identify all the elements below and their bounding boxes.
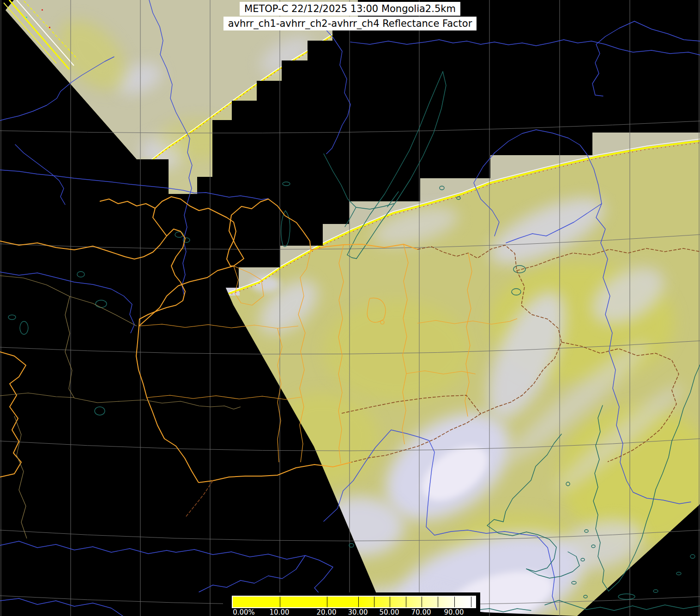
colorbar-label-30: 30.00 (348, 608, 368, 616)
colorbar-tick-40 (374, 597, 374, 607)
colorbar-tick-90 (454, 597, 455, 607)
map-canvas (0, 0, 700, 616)
colorbar-tick-30 (358, 597, 359, 607)
colorbar-frame (232, 596, 476, 608)
colorbar-tick-end (471, 597, 471, 607)
colorbar-label-70: 70.00 (411, 608, 431, 616)
colorbar-tick-80 (438, 597, 438, 607)
colorbar: 0.00% 10.00 20.00 30.00 50.00 70.00 90.0… (223, 592, 480, 616)
colorbar-label-20: 20.00 (317, 608, 337, 616)
colorbar-tick-10 (280, 597, 280, 607)
colorbar-label-0: 0.00% (233, 608, 255, 616)
colorbar-gradient (233, 597, 475, 607)
title-block: METOP-C 22/12/2025 13:00 Mongolia2.5km a… (0, 2, 700, 30)
colorbar-label-50: 50.00 (380, 608, 399, 616)
colorbar-tick-50 (390, 597, 390, 607)
colorbar-tick-70 (422, 597, 422, 607)
satellite-map-image: METOP-C 22/12/2025 13:00 Mongolia2.5km a… (0, 0, 700, 616)
colorbar-tick-20 (327, 597, 327, 607)
colorbar-tick-60 (406, 597, 406, 607)
title-line-2: avhrr_ch1-avhrr_ch2-avhrr_ch4 Reflectanc… (223, 17, 477, 30)
colorbar-label-10: 10.00 (270, 608, 290, 616)
title-line-1: METOP-C 22/12/2025 13:00 Mongolia2.5km (240, 2, 460, 16)
colorbar-label-90: 90.00 (444, 608, 464, 616)
